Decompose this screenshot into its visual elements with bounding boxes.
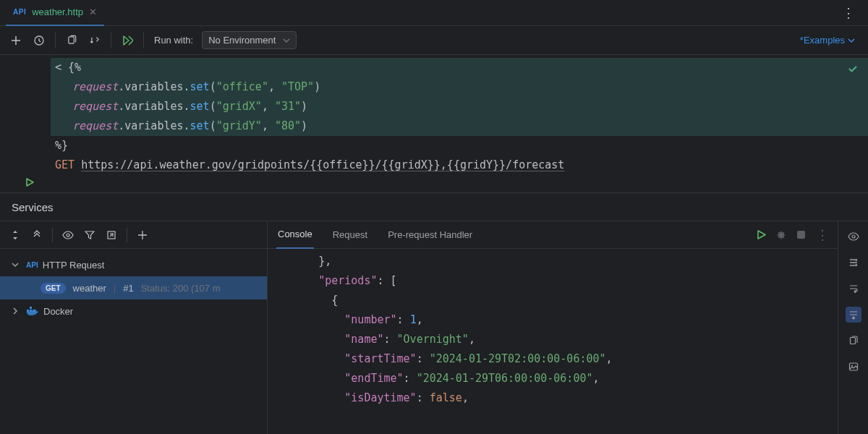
view-soft-wrap-icon[interactable] xyxy=(846,281,861,297)
tab-console[interactable]: Console xyxy=(276,221,314,249)
view-image-icon[interactable] xyxy=(846,359,861,375)
services-result-pane: Console Request Pre-request Handler ⋮ },… xyxy=(268,221,868,434)
run-all-icon[interactable] xyxy=(117,30,137,51)
api-badge: API xyxy=(13,8,26,16)
environment-value: No Environment xyxy=(208,35,276,46)
svg-rect-11 xyxy=(850,338,855,344)
filter-icon[interactable] xyxy=(80,226,99,244)
svg-point-10 xyxy=(852,235,855,238)
services-tree-toolbar xyxy=(0,221,267,249)
svg-rect-1 xyxy=(68,37,74,43)
history-icon[interactable] xyxy=(29,30,49,51)
services-tree[interactable]: API HTTP Request GET weather | #1 Status… xyxy=(0,249,267,327)
inspection-ok-icon[interactable] xyxy=(845,61,861,77)
examples-label: *Examples xyxy=(800,35,845,46)
view-structure-icon[interactable] xyxy=(846,255,861,271)
result-tabs: Console Request Pre-request Handler ⋮ xyxy=(268,221,838,249)
code-editor[interactable]: < {% request.variables.set("office", "TO… xyxy=(0,55,868,192)
svg-rect-4 xyxy=(27,310,29,312)
add-service-icon[interactable] xyxy=(133,226,152,244)
tab-prerequest-handler[interactable]: Pre-request Handler xyxy=(386,221,474,249)
code-content[interactable]: < {% request.variables.set("office", "TO… xyxy=(51,55,868,192)
services-panel-title[interactable]: Services xyxy=(0,192,868,221)
file-tab-weather[interactable]: API weather.http ✕ xyxy=(6,0,104,26)
tab-overflow-menu[interactable]: ⋮ xyxy=(836,5,862,21)
view-scroll-to-end-icon[interactable] xyxy=(846,307,861,323)
svg-rect-9 xyxy=(797,231,805,239)
add-icon[interactable] xyxy=(6,30,26,51)
tree-label: HTTP Request xyxy=(43,260,105,271)
http-toolbar: Run with: No Environment *Examples xyxy=(0,26,868,55)
http-method-badge: GET xyxy=(41,283,66,294)
tree-label: Docker xyxy=(43,306,73,317)
request-name: weather xyxy=(73,283,106,294)
chevron-down-icon xyxy=(12,261,22,268)
show-icon[interactable] xyxy=(59,226,77,244)
run-with-label: Run with: xyxy=(154,35,193,46)
chevron-right-icon xyxy=(12,307,22,315)
services-tree-pane: API HTTP Request GET weather | #1 Status… xyxy=(0,221,268,434)
open-icon[interactable] xyxy=(102,226,121,244)
tab-filename: weather.http xyxy=(32,7,83,17)
convert-icon[interactable] xyxy=(85,30,105,51)
svg-rect-6 xyxy=(30,307,32,309)
collapse-all-icon[interactable] xyxy=(27,226,46,244)
chevron-down-icon xyxy=(283,37,290,44)
debug-icon[interactable] xyxy=(776,230,786,240)
environment-select[interactable]: No Environment xyxy=(202,31,297,49)
status-text: Status: 200 (107 m xyxy=(141,283,221,294)
run-line-icon[interactable] xyxy=(25,177,35,187)
services-panel: API HTTP Request GET weather | #1 Status… xyxy=(0,221,868,434)
docker-icon xyxy=(26,306,39,316)
tree-node-http-request[interactable]: API HTTP Request xyxy=(0,253,267,276)
chevron-down-icon xyxy=(848,37,855,44)
response-view-switcher xyxy=(838,221,868,434)
stop-icon[interactable] xyxy=(796,230,806,239)
run-number: #1 xyxy=(123,283,133,294)
more-icon[interactable]: ⋮ xyxy=(816,227,829,243)
close-icon[interactable]: ✕ xyxy=(89,7,97,17)
examples-link[interactable]: *Examples xyxy=(800,35,862,46)
editor-tabbar: API weather.http ✕ ⋮ xyxy=(0,0,868,26)
rerun-icon[interactable] xyxy=(757,230,766,239)
tree-node-request-weather[interactable]: GET weather | #1 Status: 200 (107 m xyxy=(0,276,267,299)
tree-node-docker[interactable]: Docker xyxy=(0,299,267,323)
tab-request[interactable]: Request xyxy=(331,221,369,249)
expand-collapse-icon[interactable] xyxy=(6,226,25,244)
view-copy-icon[interactable] xyxy=(846,333,861,349)
view-eye-icon[interactable] xyxy=(846,229,861,244)
api-icon: API xyxy=(26,261,38,269)
response-body[interactable]: }, "periods": [ { "number": 1, "name": "… xyxy=(268,249,838,434)
copy-icon[interactable] xyxy=(61,30,82,51)
svg-point-2 xyxy=(67,234,69,237)
editor-gutter xyxy=(0,55,51,192)
